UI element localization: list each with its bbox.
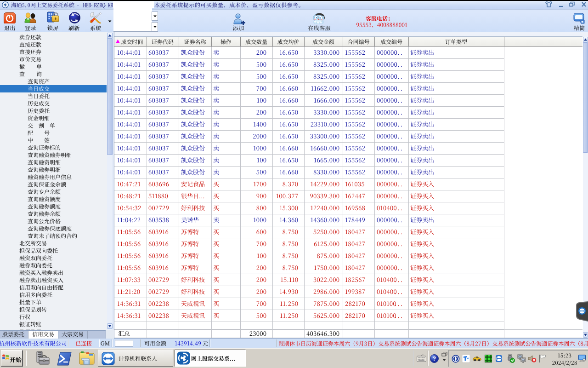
svg-text:?: ?: [433, 356, 436, 362]
